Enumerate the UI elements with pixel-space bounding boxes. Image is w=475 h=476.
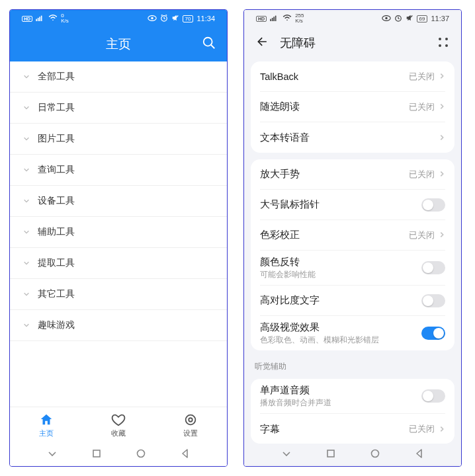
row-label: 颜色反转	[260, 256, 416, 268]
back-button[interactable]	[256, 35, 269, 51]
svg-rect-3	[41, 16, 42, 21]
category-item[interactable]: 全部工具	[10, 61, 227, 93]
settings-row[interactable]: 大号鼠标指针	[260, 190, 445, 220]
category-item[interactable]: 查询工具	[10, 155, 227, 186]
chevron-down-icon	[23, 73, 30, 80]
chevron-down-icon	[23, 167, 30, 173]
chevron-right-icon	[439, 102, 445, 112]
page-title: 主页	[106, 36, 131, 53]
eye-icon	[148, 15, 157, 22]
status-text: 已关闭	[409, 229, 435, 241]
status-left: HD 0K/s	[22, 13, 69, 24]
chevron-right-icon	[439, 169, 445, 179]
chevron-right-icon	[439, 424, 445, 434]
svg-point-8	[204, 38, 212, 46]
toggle-switch[interactable]	[421, 198, 445, 212]
nav-settings[interactable]: 设置	[155, 407, 227, 444]
status-left: HD 255K/s	[256, 13, 304, 24]
row-sublabel: 色彩取色、动画、模糊和光影错层	[260, 335, 416, 345]
section-label-audio: 听觉辅助	[251, 357, 454, 372]
toggle-switch[interactable]	[421, 327, 445, 340]
net-speed: 0K/s	[61, 13, 69, 24]
toggle-switch[interactable]	[421, 261, 445, 274]
status-bar: HD 255K/s 69 11:37	[244, 10, 461, 27]
toggle-switch[interactable]	[421, 389, 445, 403]
svg-point-10	[189, 418, 193, 422]
svg-rect-13	[270, 19, 271, 21]
category-item[interactable]: 设备工具	[10, 186, 227, 217]
chevron-down-icon	[23, 260, 30, 266]
status-text: 已关闭	[409, 71, 435, 83]
signal-icon	[270, 15, 279, 22]
status-right: 70 11:34	[148, 14, 215, 23]
settings-row[interactable]: 色彩校正已关闭	[260, 220, 445, 251]
settings-row[interactable]: 高对比度文字	[260, 286, 445, 316]
row-trail: 已关闭	[409, 229, 445, 241]
chevron-right-icon	[439, 230, 445, 240]
category-item[interactable]: 趣味游戏	[10, 310, 227, 341]
row-trail	[421, 261, 445, 274]
bottom-nav: 主页 收藏 设置	[10, 407, 227, 444]
system-nav	[10, 444, 227, 466]
nav-settings-label: 设置	[183, 428, 198, 438]
chevron-down-icon	[23, 198, 30, 204]
row-trail	[421, 198, 445, 212]
sys-dropdown-icon[interactable]	[281, 448, 292, 461]
sys-home-icon[interactable]	[136, 448, 146, 461]
row-trail	[439, 133, 445, 143]
sys-back-icon[interactable]	[414, 448, 425, 461]
alarm-icon	[394, 14, 402, 23]
status-bar: HD 0K/s 70 11:34	[10, 10, 227, 27]
svg-point-12	[137, 450, 144, 457]
row-label: 色彩校正	[260, 229, 404, 241]
settings-row[interactable]: 放大手势已关闭	[260, 159, 445, 190]
settings-row[interactable]: 单声道音频播放音频时合并声道	[260, 379, 445, 414]
row-label: 高级视觉效果	[260, 321, 416, 334]
app-header: 主页	[10, 27, 227, 61]
svg-point-22	[371, 450, 378, 457]
row-sublabel: 可能会影响性能	[260, 270, 416, 280]
category-item[interactable]: 提取工具	[10, 248, 227, 279]
wifi-icon	[282, 15, 292, 22]
category-item[interactable]: 辅助工具	[10, 217, 227, 248]
svg-rect-11	[93, 450, 100, 457]
row-label: 文本转语音	[260, 132, 433, 144]
status-right: 69 11:37	[382, 14, 449, 23]
svg-rect-16	[275, 16, 277, 21]
nav-home-label: 主页	[39, 428, 54, 438]
sys-dropdown-icon[interactable]	[47, 448, 58, 461]
row-trail	[421, 327, 445, 340]
svg-point-4	[52, 20, 54, 21]
chevron-right-icon	[439, 71, 445, 81]
more-button[interactable]	[439, 38, 449, 48]
phone-left: HD 0K/s 70 11:34 主页	[9, 9, 228, 467]
row-trail: 已关闭	[409, 71, 445, 83]
search-button[interactable]	[202, 36, 216, 53]
svg-rect-21	[327, 450, 334, 457]
nav-favorites[interactable]: 收藏	[82, 407, 154, 444]
sys-recents-icon[interactable]	[91, 448, 102, 461]
settings-row[interactable]: 字幕已关闭	[260, 414, 445, 444]
svg-point-6	[151, 17, 153, 20]
category-item[interactable]: 图片工具	[10, 124, 227, 155]
svg-rect-0	[36, 19, 37, 21]
chevron-down-icon	[23, 322, 30, 329]
settings-row[interactable]: TalkBack已关闭	[260, 61, 445, 92]
settings-row[interactable]: 随选朗读已关闭	[260, 92, 445, 122]
category-item[interactable]: 其它工具	[10, 279, 227, 310]
chevron-right-icon	[439, 133, 445, 143]
hd-icon: HD	[256, 16, 267, 22]
settings-row[interactable]: 高级视觉效果色彩取色、动画、模糊和光影错层	[260, 316, 445, 350]
sys-recents-icon[interactable]	[325, 448, 336, 461]
status-text: 已关闭	[409, 101, 435, 113]
sys-home-icon[interactable]	[370, 448, 380, 461]
toggle-switch[interactable]	[421, 294, 445, 307]
svg-point-17	[286, 20, 288, 21]
sys-back-icon[interactable]	[180, 448, 191, 461]
settings-row[interactable]: 颜色反转可能会影响性能	[260, 251, 445, 286]
nav-home[interactable]: 主页	[10, 407, 82, 444]
mute-icon	[171, 14, 179, 23]
system-nav	[244, 444, 461, 466]
category-item[interactable]: 日常工具	[10, 93, 227, 124]
settings-row[interactable]: 文本转语音	[260, 122, 445, 153]
